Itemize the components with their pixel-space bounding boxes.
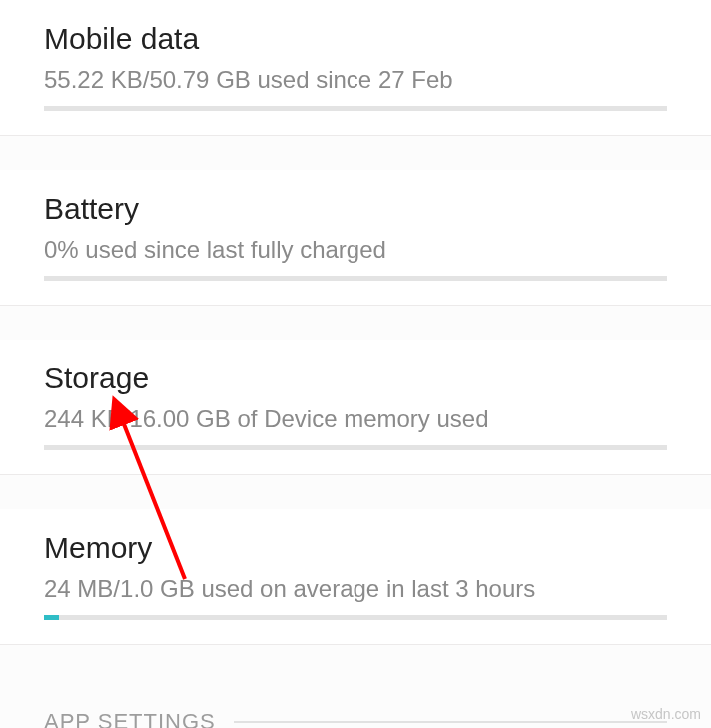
storage-item[interactable]: Storage 244 KB/16.00 GB of Device memory… [0, 340, 711, 450]
battery-subtitle: 0% used since last fully charged [44, 236, 667, 264]
divider [0, 136, 711, 170]
mobile-data-subtitle: 55.22 KB/50.79 GB used since 27 Feb [44, 66, 667, 94]
app-settings-header-row: APP SETTINGS [0, 679, 711, 728]
mobile-data-item[interactable]: Mobile data 55.22 KB/50.79 GB used since… [0, 0, 711, 111]
memory-item[interactable]: Memory 24 MB/1.0 GB used on average in l… [0, 509, 711, 620]
mobile-data-progress [44, 106, 667, 111]
storage-title: Storage [44, 362, 667, 395]
divider [0, 306, 711, 340]
watermark: wsxdn.com [631, 706, 701, 722]
memory-progress [44, 615, 667, 620]
divider [0, 645, 711, 679]
memory-progress-fill [44, 615, 59, 620]
battery-title: Battery [44, 192, 667, 226]
divider [0, 475, 711, 509]
storage-progress [44, 445, 667, 450]
memory-subtitle: 24 MB/1.0 GB used on average in last 3 h… [44, 575, 667, 603]
mobile-data-title: Mobile data [44, 22, 667, 56]
storage-subtitle: 244 KB/16.00 GB of Device memory used [44, 405, 667, 433]
battery-progress [44, 276, 667, 281]
battery-item[interactable]: Battery 0% used since last fully charged [0, 170, 711, 281]
section-divider-line [234, 721, 667, 723]
memory-title: Memory [44, 531, 667, 565]
app-settings-header: APP SETTINGS [44, 709, 216, 728]
